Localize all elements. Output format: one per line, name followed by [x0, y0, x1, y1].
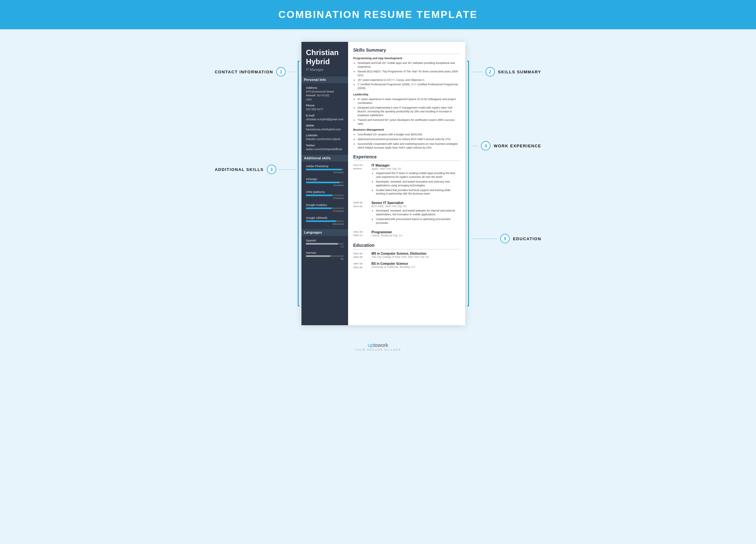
- label-work-experience: 4 WORK EXPERIENCE: [472, 141, 541, 151]
- right-bracket: [467, 61, 469, 306]
- exp-programmer: 2002-09 - 2005-12 Programmer Oracle, Red…: [353, 230, 460, 238]
- lang-german-bg: [306, 255, 344, 257]
- skill-indesign-label: InDesign: [306, 178, 344, 181]
- resume-container: Christian Hybrid IT Manager Personal Inf…: [301, 42, 465, 325]
- edu-bs: 1997-09 - 2001-06 BS in Computer Science…: [353, 262, 460, 269]
- bullet-item: C Certified Professional Programmer (200…: [358, 83, 460, 90]
- skill-indesign-fill: [306, 182, 340, 183]
- edu-badge: 5: [500, 234, 510, 244]
- bullet-item: Cooperated with procurement teams in opt…: [376, 218, 460, 225]
- header-banner: COMBINATION RESUME TEMPLATE: [0, 0, 756, 29]
- address-value: 970 Drummond StreetNewark, NJ 07102USA: [306, 90, 344, 102]
- edu-bs-date: 1997-09 - 2001-06: [353, 262, 368, 269]
- logo-tagline: YOUR RESUME BUILDER: [0, 348, 756, 351]
- bullet-item: Trained and mentored 50+ junior develope…: [358, 118, 460, 126]
- twitter-value: twitter.com/chrishybridofficial: [306, 147, 344, 152]
- candidate-title: IT Manager: [306, 68, 344, 72]
- edu-ms-content: MS in Computer Science, Distinction The …: [371, 252, 460, 259]
- exp-senior-job-title: Senior IT Specialist: [371, 201, 460, 205]
- lang-german-rating: B2: [306, 258, 344, 261]
- twitter-label: Twitter: [306, 144, 344, 147]
- exp-prog-content: Programmer Oracle, Redwood City, CA: [371, 230, 460, 238]
- resume-wrapper: Christian Hybrid IT Manager Personal Inf…: [301, 42, 465, 325]
- bullet-item: Developed and built 20+ mobile apps and …: [358, 61, 460, 69]
- lang-spanish-label: Spanish: [306, 239, 344, 242]
- exp-senior-company: BCD M&E, New York City, NJ: [371, 205, 460, 208]
- left-bracket: [298, 61, 300, 306]
- work-badge: 4: [481, 141, 490, 151]
- addskills-label-text: ADDITIONAL SKILLS: [215, 167, 264, 172]
- page-wrapper: COMBINATION RESUME TEMPLATE CONTACT INFO…: [0, 0, 756, 544]
- linkedin-value: linkedin.com/in/chris-hybrid: [306, 137, 344, 141]
- leadership-subsection: Leadership 8+ years experience in team m…: [353, 93, 460, 126]
- skill-google-adwords: Google AdWords Advanced: [306, 216, 344, 226]
- work-label-text: WORK EXPERIENCE: [494, 144, 541, 148]
- exp-prog-job-title: Programmer: [371, 230, 460, 234]
- business-bullets: Coordinated 20+ projects with a budget o…: [353, 133, 460, 150]
- bullet-item: Developed, reviewed, and tested websites…: [376, 209, 460, 217]
- bullet-item: Suppervised the IT team in creating mobi…: [376, 172, 460, 179]
- bullet-item: Coordinated 20+ projects with a budget o…: [358, 133, 460, 137]
- exp-it-content: IT Manager Apple, New York City, NJ Supp…: [371, 163, 460, 198]
- skill-crm: CRM platforms Proficient: [306, 191, 344, 200]
- edu-bs-school: University of California, Berkeley, CA: [371, 266, 460, 269]
- exp-senior-bullets: Developed, reviewed, and tested websites…: [371, 209, 460, 225]
- programming-bullets: Developed and built 20+ mobile apps and …: [353, 61, 460, 90]
- skill-crm-rating: Proficient: [306, 197, 344, 200]
- business-title: Business Management: [353, 128, 460, 131]
- addskills-badge: 3: [267, 165, 276, 174]
- exp-it-job-title: IT Manager: [371, 163, 460, 167]
- content-area: CONTACT INFORMATION 1 ADDITIONAL SKILLS …: [0, 29, 756, 338]
- programming-title: Programming and App Development: [353, 57, 460, 60]
- lang-german-label: German: [306, 251, 344, 255]
- label-contact-information: CONTACT INFORMATION 1: [215, 67, 295, 77]
- skill-ga-rating: Proficient: [306, 210, 344, 213]
- exp-prog-date: 2002-09 - 2005-12: [353, 230, 368, 238]
- exp-senior-it: 2006-08 - 2012-02 Senior IT Specialist B…: [353, 201, 460, 227]
- skill-gaw-bg: [306, 221, 344, 222]
- lang-spanish: Spanish C1: [306, 239, 344, 248]
- logo-towork: towork: [373, 342, 388, 348]
- programming-subsection: Programming and App Development Develope…: [353, 57, 460, 90]
- skill-gaw-fill: [306, 221, 336, 222]
- experience-title: Experience: [353, 154, 460, 161]
- skill-indesign-bg: [306, 182, 344, 183]
- skills-label-text: SKILLS SUMMARY: [498, 70, 541, 74]
- bullet-item: 15+ years experience in C/C++, Cocoa, an…: [358, 78, 460, 82]
- labels-right-col: 2 SKILLS SUMMARY 4 WORK EXPERIENCE 5 EDU…: [472, 42, 541, 244]
- education-title: Education: [353, 243, 460, 249]
- exp-it-date: 2012-03 - present: [353, 163, 368, 198]
- edu-ms-date: 2001-09 - 2002-06: [353, 252, 368, 259]
- skill-ga-label: Google Analytics: [306, 203, 344, 207]
- www-value: futureisnow.chrishybrid.com: [306, 128, 344, 132]
- contact-label-text: CONTACT INFORMATION: [215, 70, 273, 74]
- linkedin-label: LinkedIn: [306, 134, 344, 137]
- skills-badge: 2: [485, 67, 495, 77]
- additional-skills-title: Additional skills: [301, 155, 348, 162]
- skill-indesign-rating: Excellent: [306, 184, 344, 187]
- skills-summary-title: Skills Summary: [353, 48, 460, 54]
- contact-badge: 1: [276, 67, 286, 77]
- bullet-item: Named BCD M&E's "Top Programmer of The Y…: [358, 70, 460, 77]
- bullet-item: Guided talent that provides technical su…: [376, 189, 460, 196]
- phone-label: Phone: [306, 104, 344, 107]
- page-title: COMBINATION RESUME TEMPLATE: [0, 9, 756, 20]
- skill-google-analytics: Google Analytics Proficient: [306, 203, 344, 213]
- bullet-item: Designed and implemented a new IT manage…: [358, 106, 460, 117]
- exp-prog-company: Oracle, Redwood City, CA: [371, 234, 460, 237]
- labels-left-col: CONTACT INFORMATION 1 ADDITIONAL SKILLS …: [215, 42, 295, 174]
- bullet-item: Successfully cooperated with sales and m…: [358, 142, 460, 150]
- bullet-item: Developed, reviewed, and tested innovati…: [376, 180, 460, 188]
- email-value: christian.w.hybrid@gmail.com: [306, 117, 344, 122]
- label-education: 5 EDUCATION: [472, 234, 541, 244]
- exp-senior-content: Senior IT Specialist BCD M&E, New York C…: [371, 201, 460, 227]
- right-spacer-2: [472, 151, 541, 234]
- edu-ms-degree: MS in Computer Science, Distinction: [371, 252, 460, 255]
- edu-label-text: EDUCATION: [513, 237, 541, 241]
- bullet-item: Optimized procurement processes to reduc…: [358, 138, 460, 141]
- label-skills-summary: 2 SKILLS SUMMARY: [472, 67, 541, 77]
- edu-bs-degree: BS in Computer Science: [371, 262, 460, 266]
- lang-german: German B2: [306, 251, 344, 261]
- bullet-item: 8+ years experience in team management (…: [358, 98, 460, 105]
- skill-adobe-rating: Excellent: [306, 171, 344, 174]
